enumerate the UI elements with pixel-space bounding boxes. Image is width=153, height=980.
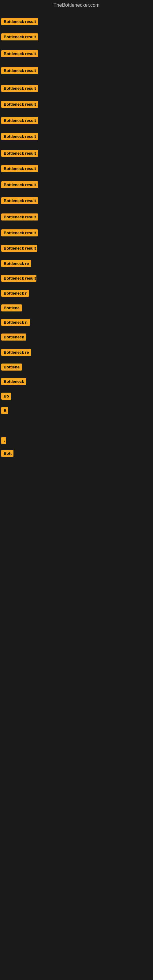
- bottleneck-badge: Bottleneck result: [1, 229, 38, 236]
- bottleneck-badge-row: Bottleneck result: [1, 133, 38, 141]
- bottleneck-badge-row: B: [1, 407, 8, 415]
- bottleneck-badge-row: Bottleneck result: [1, 181, 38, 189]
- bottleneck-badge: Bottleneck result: [1, 50, 38, 57]
- bottleneck-badge: Bottleneck result: [1, 213, 38, 221]
- bottleneck-badge-row: Bottleneck result: [1, 101, 38, 109]
- bottleneck-badge: Bottleneck result: [1, 181, 38, 188]
- bottleneck-badge-row: Bottleneck: [1, 378, 26, 386]
- bottleneck-badge-row: Bottleneck result: [1, 197, 38, 205]
- bottleneck-badge-row: Bottleneck result: [1, 50, 38, 59]
- bottleneck-badge-row: Bottleneck result: [1, 67, 38, 75]
- bottleneck-badge: Bottleneck result: [1, 133, 38, 140]
- bottleneck-badge-row: :: [1, 437, 6, 445]
- bottleneck-badge-row: Bottleneck result: [1, 85, 38, 93]
- bottleneck-badge: Bottleneck result: [1, 275, 37, 282]
- bottleneck-badge-row: Bottlene: [1, 304, 22, 313]
- bottleneck-badge-row: Bottleneck result: [1, 245, 37, 253]
- bottleneck-badge-row: Bottleneck r: [1, 290, 29, 298]
- bottleneck-badge: B: [1, 407, 8, 414]
- bottleneck-badge: Bottleneck result: [1, 33, 38, 40]
- bottleneck-badge-row: Bottleneck result: [1, 117, 38, 125]
- bottleneck-badge-row: Bottleneck result: [1, 213, 38, 222]
- bottleneck-badge: Bottleneck result: [1, 150, 38, 157]
- bottleneck-badge-row: Bottleneck re: [1, 260, 31, 268]
- bottleneck-badge-row: Bottlene: [1, 364, 22, 372]
- bottleneck-badge: Bottleneck result: [1, 197, 38, 204]
- bottleneck-badge: Bottleneck r: [1, 290, 29, 297]
- bottleneck-badge-row: Bott: [1, 450, 13, 458]
- bottleneck-badge-row: Bottleneck n: [1, 319, 30, 327]
- bottleneck-badge-row: Bottleneck result: [1, 275, 37, 283]
- bottleneck-badge: Bottleneck re: [1, 349, 31, 356]
- bottleneck-badge: Bottleneck: [1, 334, 26, 340]
- bottleneck-badge: Bottleneck result: [1, 18, 38, 25]
- bottleneck-badge-row: Bottleneck result: [1, 229, 38, 238]
- site-title: TheBottlenecker.com: [0, 0, 153, 10]
- bottleneck-badge-row: Bottleneck: [1, 334, 26, 342]
- bottleneck-badge: Bottleneck result: [1, 67, 38, 74]
- bottleneck-badge-row: Bottleneck result: [1, 165, 38, 173]
- bottleneck-badge: Bottleneck result: [1, 117, 38, 124]
- bottleneck-badge: Bottleneck re: [1, 260, 31, 267]
- bottleneck-badge: Bottleneck result: [1, 85, 38, 92]
- bottleneck-badge: Bottleneck result: [1, 245, 37, 252]
- bottleneck-badge: Bottlene: [1, 304, 22, 312]
- bottleneck-badge: Bottleneck result: [1, 165, 38, 172]
- bottleneck-badge-row: Bottleneck result: [1, 18, 38, 26]
- bottleneck-badge-row: Bo: [1, 393, 11, 401]
- bottleneck-badge-row: Bottleneck result: [1, 33, 38, 41]
- bottleneck-badge: Bott: [1, 450, 13, 457]
- bottleneck-badge: Bottlene: [1, 364, 22, 371]
- bottleneck-badge: Bottleneck result: [1, 101, 38, 108]
- bottleneck-badge: Bottleneck n: [1, 319, 30, 326]
- bottleneck-badge: Bottleneck: [1, 378, 26, 385]
- bottleneck-badge-row: Bottleneck re: [1, 349, 31, 357]
- bottleneck-badge: Bo: [1, 393, 11, 400]
- bottleneck-badge: :: [1, 437, 6, 444]
- bottleneck-badge-row: Bottleneck result: [1, 150, 38, 158]
